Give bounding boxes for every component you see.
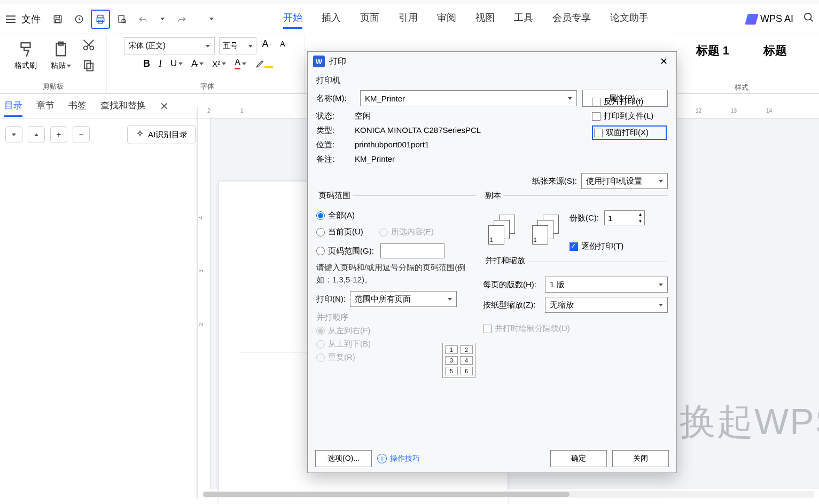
cut-icon[interactable] xyxy=(81,37,96,52)
vertical-ruler[interactable]: 2 3 4 xyxy=(198,119,210,489)
tab-ref[interactable]: 引用 xyxy=(399,9,418,29)
font-name-select[interactable]: 宋体 (正文) xyxy=(124,37,215,54)
tab-thesis[interactable]: 论文助手 xyxy=(610,9,649,29)
ai-toc-button[interactable]: AI识别目录 xyxy=(127,125,196,144)
copy-icon[interactable] xyxy=(81,58,96,73)
horizontal-scrollbar[interactable] xyxy=(203,491,814,498)
style-heading-more[interactable]: 标题 xyxy=(763,43,787,59)
type-label: 类型: xyxy=(316,125,355,136)
copies-label: 份数(C): xyxy=(570,213,599,223)
printer-section-title: 打印机 xyxy=(316,75,668,85)
file-menu[interactable]: 文件 xyxy=(21,13,41,26)
copies-spinner[interactable]: 1▲▼ xyxy=(604,210,645,225)
range-current-radio[interactable]: 当前页(U) xyxy=(316,227,363,237)
grow-font-icon[interactable]: A+ xyxy=(261,37,274,50)
tab-tools[interactable]: 工具 xyxy=(514,9,533,29)
dialog-title: 打印 xyxy=(329,56,346,67)
tab-insert[interactable]: 插入 xyxy=(322,9,341,29)
svg-point-7 xyxy=(805,13,812,20)
close-icon[interactable]: ✕ xyxy=(160,100,169,113)
tab-page[interactable]: 页面 xyxy=(360,9,379,29)
svg-rect-14 xyxy=(87,64,93,71)
highlight-button[interactable] xyxy=(255,58,273,69)
print-icon[interactable] xyxy=(91,10,110,29)
print-what-select[interactable]: 范围中所有页面 xyxy=(350,291,457,307)
tab-home[interactable]: 开始 xyxy=(283,9,302,29)
format-painter-button[interactable]: 格式刷 xyxy=(11,40,41,70)
paste-button[interactable]: 粘贴 xyxy=(46,40,76,70)
nav-findrep[interactable]: 查找和替换 xyxy=(100,99,146,113)
style-heading1[interactable]: 标题 1 xyxy=(696,43,729,59)
app-icon: W xyxy=(313,56,325,67)
range-pages-radio[interactable]: 页码范围(G): xyxy=(316,243,477,258)
strikethrough-button[interactable]: A̶ xyxy=(191,58,204,69)
undo-history-icon[interactable] xyxy=(69,10,89,29)
paper-source-select[interactable]: 使用打印机设置 xyxy=(581,173,668,189)
range-selection-radio: 所选内容(E) xyxy=(379,227,434,237)
tab-member[interactable]: 会员专享 xyxy=(552,9,591,29)
ok-button[interactable]: 确定 xyxy=(550,450,607,467)
nav-chapter[interactable]: 章节 xyxy=(36,99,54,113)
print-preview-icon[interactable] xyxy=(112,10,131,29)
collate-preview: 321 321 xyxy=(488,215,560,245)
hamburger-icon[interactable] xyxy=(4,13,17,26)
status-label: 状态: xyxy=(316,111,355,121)
redo-icon[interactable] xyxy=(172,10,191,29)
expand-down-button[interactable] xyxy=(5,126,22,143)
tips-link[interactable]: i操作技巧 xyxy=(377,454,420,463)
font-size-select[interactable]: 五号 xyxy=(219,37,256,54)
remove-button[interactable]: － xyxy=(73,126,90,143)
svg-rect-8 xyxy=(21,43,30,48)
collapse-up-button[interactable] xyxy=(28,126,45,143)
duplex-checkbox[interactable]: 双面打印(X) xyxy=(592,125,667,140)
tab-view[interactable]: 视图 xyxy=(475,9,495,29)
tab-review[interactable]: 审阅 xyxy=(437,9,456,29)
close-button[interactable]: 关闭 xyxy=(612,450,669,467)
clipboard-group-label: 剪贴板 xyxy=(43,81,64,92)
order-section-title: 并打顺序 xyxy=(316,312,477,322)
svg-rect-13 xyxy=(84,61,90,68)
range-hint: 请键入页码和/或用逗号分隔的页码范围(例如：1,3,5-12)。 xyxy=(316,262,477,286)
status-value: 空闲 xyxy=(355,111,371,121)
superscript-button[interactable]: X² xyxy=(212,59,226,68)
dialog-titlebar[interactable]: W 打印 ✕ xyxy=(308,52,676,71)
perpage-label: 每页的版数(H): xyxy=(483,280,542,290)
search-icon[interactable] xyxy=(803,12,815,26)
sparkle-icon xyxy=(135,130,145,139)
copies-section-title: 副本 xyxy=(483,191,503,201)
location-value: printhubport001port1 xyxy=(355,140,429,150)
nav-toc[interactable]: 目录 xyxy=(4,99,22,113)
save-icon[interactable] xyxy=(48,10,67,29)
options-button[interactable]: 选项(O)... xyxy=(315,450,372,467)
bold-button[interactable]: B xyxy=(143,58,150,69)
scale-label: 按纸型缩放(Z): xyxy=(483,300,542,310)
scale-select[interactable]: 无缩放 xyxy=(545,297,668,313)
italic-button[interactable]: I xyxy=(159,58,162,69)
print-to-file-checkbox[interactable]: 打印到文件(L) xyxy=(592,111,667,121)
print-what-label: 打印(N): xyxy=(316,294,346,304)
wps-ai-button[interactable]: WPS AI xyxy=(746,13,793,25)
add-button[interactable]: ＋ xyxy=(50,126,67,143)
undo-dropdown[interactable] xyxy=(155,10,170,29)
order-preview: 123456 xyxy=(442,343,475,378)
undo-icon[interactable] xyxy=(134,10,153,29)
styles-group-label: 样式 xyxy=(735,82,748,93)
printer-select[interactable]: KM_Printer xyxy=(360,90,577,106)
paper-source-label: 纸张来源(S): xyxy=(532,176,577,186)
font-color-button[interactable]: A xyxy=(235,58,246,69)
perpage-select[interactable]: 1 版 xyxy=(545,277,668,293)
shrink-font-icon[interactable]: A− xyxy=(278,37,291,50)
page-range-input[interactable] xyxy=(380,243,444,258)
close-icon[interactable]: ✕ xyxy=(656,54,671,69)
qat-more[interactable] xyxy=(204,10,219,29)
collate-checkbox[interactable]: 逐份打印(T) xyxy=(570,241,645,251)
ribbon-tabs: 开始 插入 页面 引用 审阅 视图 工具 会员专享 论文助手 xyxy=(283,9,649,29)
range-all-radio[interactable]: 全部(A) xyxy=(316,210,477,220)
nav-bookmark[interactable]: 书签 xyxy=(68,99,87,113)
reverse-print-checkbox[interactable]: 反片打印(I) xyxy=(592,97,667,107)
printer-name-label: 名称(M): xyxy=(316,93,355,104)
print-dialog: W 打印 ✕ 打印机 名称(M): KM_Printer 属性(P)... 状态… xyxy=(307,51,677,473)
range-section-title: 页码范围 xyxy=(316,191,353,201)
underline-button[interactable]: U xyxy=(170,58,183,69)
note-value: KM_Printer xyxy=(355,154,395,164)
